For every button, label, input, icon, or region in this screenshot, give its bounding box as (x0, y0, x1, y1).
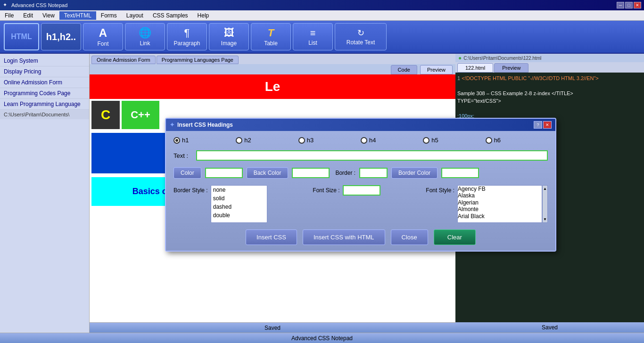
rotate-icon: ↻ (357, 28, 364, 38)
border-style-dashed[interactable]: dashed (211, 203, 267, 211)
radio-h4-label: h4 (369, 137, 376, 144)
title-bar-title: Advanced CSS Notepad (11, 2, 617, 8)
border-color-input[interactable] (441, 168, 479, 178)
radio-h5[interactable]: h5 (423, 137, 485, 144)
close-button[interactable]: ✕ (634, 2, 641, 8)
radio-h1[interactable]: h1 (173, 137, 236, 144)
sidebar-item-login[interactable]: Login System (0, 56, 89, 66)
source-line-1: 1 <!DOCTYPE HTML PUBLIC "-//W3C//DTD HTM… (457, 74, 642, 82)
border-style-solid[interactable]: solid (211, 194, 267, 203)
toolbar-link-button[interactable]: 🌐 Link (125, 23, 165, 50)
border-style-none[interactable]: none (211, 186, 267, 194)
html-tab-file[interactable]: 122.html (457, 63, 493, 73)
menu-forms[interactable]: Forms (96, 11, 122, 20)
sidebar-item-admission[interactable]: Online Admission Form (0, 77, 89, 88)
toolbar-table-button[interactable]: T Table (251, 23, 291, 50)
font-algerian[interactable]: Algerian (458, 199, 542, 206)
font-style-list[interactable]: Agency FB Alaska Algerian Almonte Arial … (457, 185, 542, 223)
radio-h6[interactable]: h6 (486, 137, 548, 144)
dialog-close-btn[interactable]: Close (391, 229, 428, 245)
dialog-close-button[interactable]: ✕ (543, 121, 552, 129)
sidebar-item-learn[interactable]: Learn Programming Language (0, 99, 89, 110)
color-input[interactable] (205, 168, 243, 178)
tab-code[interactable]: Code (391, 65, 417, 74)
toolbar-link-label: Link (140, 40, 150, 47)
html-icon: HTML (11, 33, 32, 41)
sidebar-item-pricing[interactable]: Display Pricing (0, 66, 89, 77)
toolbar-table-label: Table (264, 40, 278, 47)
font-agency[interactable]: Agency FB (458, 186, 542, 192)
bottom-status-text: Saved (264, 325, 281, 331)
tab-preview[interactable]: Preview (420, 65, 453, 74)
radio-h1-label: h1 (182, 137, 189, 144)
toolbar-list-button[interactable]: ≡ List (293, 23, 333, 50)
image-icon: 🖼 (224, 27, 234, 39)
font-alaska[interactable]: Alaska (458, 192, 542, 199)
radio-h5-label: h5 (431, 137, 438, 144)
insert-css-dialog: ✦ Insert CSS Headings ? ✕ h1 h2 (165, 118, 556, 252)
clear-button[interactable]: Clear (434, 229, 476, 245)
html-panel-status: Saved (455, 322, 644, 333)
radio-h2[interactable]: h2 (236, 137, 298, 144)
dialog-title: Insert CSS Headings (177, 122, 534, 128)
toolbar: HTML h1,h2.. A Font 🌐 Link ¶ Paragraph 🖼… (0, 21, 644, 54)
toolbar-h1h2-button[interactable]: h1,h2.. (41, 23, 81, 50)
font-size-group: Font Size : (313, 185, 380, 196)
menu-edit[interactable]: Edit (18, 11, 38, 20)
menu-help[interactable]: Help (193, 11, 214, 20)
scrollbar-down: ▼ (543, 217, 547, 221)
source-line-4: TYPE="text/CSS"> (457, 97, 642, 105)
border-style-groove[interactable]: groove (211, 220, 267, 223)
font-size-input[interactable] (343, 185, 380, 196)
title-bar-controls: ─ □ ✕ (617, 2, 641, 8)
tab-admission-form[interactable]: Online Admission Form (91, 56, 156, 64)
font-arial-black[interactable]: Arial Black (458, 213, 542, 220)
insert-css-html-button[interactable]: Insert CSS with HTML (303, 229, 385, 245)
border-style-double[interactable]: double (211, 211, 267, 220)
radio-h3[interactable]: h3 (298, 137, 361, 144)
border-input[interactable] (359, 168, 388, 178)
font-list-scrollbar[interactable]: ▲ ▼ (542, 185, 548, 223)
menu-view[interactable]: View (38, 11, 59, 20)
tab-prog-languages[interactable]: Programming Languages Page (157, 56, 239, 64)
font-icon: A (99, 26, 107, 40)
source-line-2 (457, 82, 642, 90)
insert-css-button[interactable]: Insert CSS (246, 229, 297, 245)
radio-h6-circle (486, 137, 492, 144)
html-tab-preview[interactable]: Preview (494, 63, 528, 73)
sidebar-item-programming[interactable]: Programming Codes Page (0, 88, 89, 99)
toolbar-paragraph-button[interactable]: ¶ Paragraph (167, 23, 207, 50)
font-almonte[interactable]: Almonte (458, 206, 542, 212)
html-panel-status-text: Saved (542, 324, 558, 331)
radio-h4-circle (361, 137, 367, 144)
source-line-3: Sample 308 – CSS Example 2-8 z-index </T… (457, 90, 642, 97)
menu-file[interactable]: File (0, 11, 18, 20)
back-color-input[interactable] (292, 168, 330, 178)
toolbar-rotate-button[interactable]: ↻ Rotate Text (335, 23, 387, 50)
toolbar-paragraph-label: Paragraph (173, 40, 200, 47)
font-style-group: Font Style : Agency FB Alaska Algerian A… (426, 185, 548, 223)
back-color-button[interactable]: Back Color (247, 167, 289, 179)
minimize-button[interactable]: ─ (617, 2, 624, 8)
radio-h5-circle (423, 137, 429, 144)
toolbar-image-button[interactable]: 🖼 Image (209, 23, 249, 50)
maximize-button[interactable]: □ (625, 2, 633, 8)
menu-bar: File Edit View Text/HTML Forms Layout CS… (0, 10, 644, 21)
h1h2-icon: h1,h2.. (46, 32, 76, 42)
menu-csssamples[interactable]: CSS Samples (148, 11, 193, 20)
border-color-button[interactable]: Border Color (391, 167, 438, 179)
toolbar-html-button[interactable]: HTML (4, 23, 39, 50)
border-style-list[interactable]: none solid dashed double groove (211, 185, 267, 223)
filepath-dot: ● (458, 55, 462, 61)
source-line-5 (457, 105, 642, 112)
dialog-help-button[interactable]: ? (534, 121, 542, 129)
toolbar-font-button[interactable]: A Font (83, 23, 123, 50)
menu-texthtml[interactable]: Text/HTML (59, 11, 96, 20)
radio-h4[interactable]: h4 (361, 137, 423, 144)
scrollbar-up: ▲ (543, 187, 547, 191)
bottom-status-left: Saved (90, 322, 455, 333)
text-input[interactable] (196, 150, 548, 161)
menu-layout[interactable]: Layout (122, 11, 148, 20)
filepath-text: C:\Users\Pritam\Documents\122.html (463, 56, 541, 61)
color-button[interactable]: Color (173, 167, 201, 179)
